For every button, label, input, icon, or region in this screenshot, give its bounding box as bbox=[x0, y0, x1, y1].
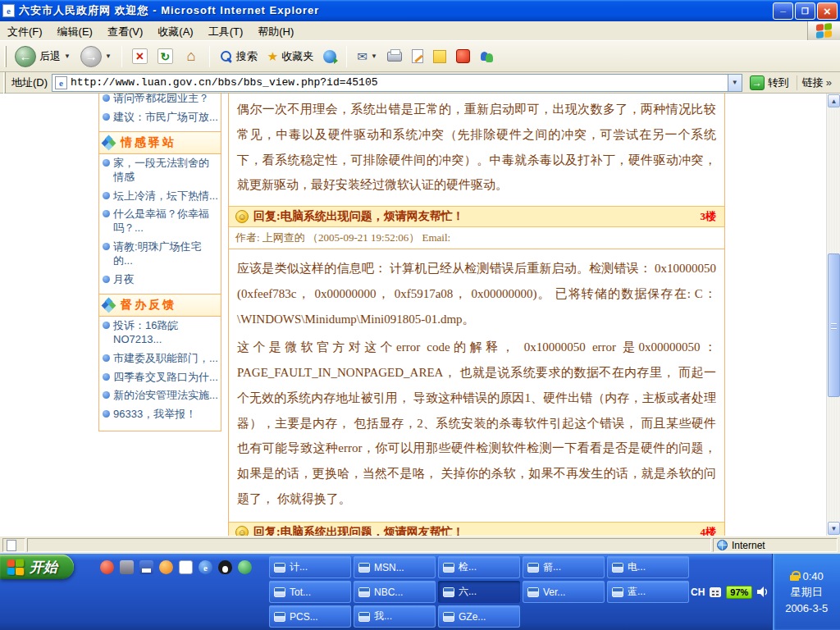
quick-launch-bar bbox=[100, 560, 252, 574]
discuss-button[interactable] bbox=[430, 48, 450, 65]
sidebar-link-label: 请教:明珠广场住宅的... bbox=[113, 240, 219, 268]
print-button[interactable] bbox=[384, 50, 405, 63]
task-button[interactable]: 检... bbox=[438, 556, 520, 578]
menu-favorites[interactable]: 收藏(A) bbox=[150, 21, 200, 40]
edit-button[interactable] bbox=[409, 48, 427, 65]
sidebar-link[interactable]: 月夜 bbox=[99, 271, 221, 290]
clock[interactable]: 0:40 星期日 2006-3-5 bbox=[772, 554, 840, 630]
system-tray: CH 97% 0:40 星期日 2006-3-5 bbox=[691, 554, 840, 630]
ie-page-icon[interactable] bbox=[2, 4, 15, 17]
sidebar-link[interactable]: 请问帝都花园业主？ bbox=[99, 94, 221, 108]
back-button[interactable]: 后退 bbox=[11, 44, 74, 69]
quick-launch-icon-4[interactable] bbox=[159, 560, 173, 574]
favorites-button[interactable]: 收藏夹 bbox=[264, 48, 317, 66]
quick-launch-icon-5[interactable] bbox=[179, 560, 193, 574]
sidebar-link[interactable]: 家，一段无法割舍的情感 bbox=[99, 154, 221, 187]
task-label: 箭... bbox=[543, 560, 561, 574]
stop-button[interactable] bbox=[129, 47, 151, 66]
address-url-text: http://www.luan.gov.cn/bbs/bbs_view.php?… bbox=[71, 76, 724, 89]
menu-tools[interactable]: 工具(T) bbox=[201, 21, 251, 40]
red-app-icon bbox=[456, 49, 470, 63]
window-icon bbox=[443, 563, 454, 573]
history-button[interactable] bbox=[320, 48, 340, 65]
quick-launch-ie-icon[interactable] bbox=[199, 560, 212, 574]
bullet-icon bbox=[103, 243, 110, 250]
window-icon bbox=[274, 563, 285, 573]
task-label: PCS... bbox=[290, 611, 318, 623]
minimize-button[interactable] bbox=[773, 2, 793, 20]
quick-launch-qq-icon[interactable] bbox=[218, 560, 232, 574]
address-dropdown-icon[interactable] bbox=[728, 75, 742, 91]
task-button[interactable]: MSN... bbox=[354, 556, 436, 578]
go-button[interactable]: 转到 bbox=[746, 75, 792, 91]
task-button-active[interactable]: 六... bbox=[438, 581, 520, 603]
sidebar-link[interactable]: 四季春交叉路口为什... bbox=[99, 368, 221, 387]
refresh-icon bbox=[158, 48, 173, 64]
vertical-scrollbar[interactable] bbox=[826, 94, 840, 536]
sidebar-link[interactable]: 新的治安管理法实施... bbox=[99, 386, 221, 405]
back-dropdown-icon[interactable] bbox=[64, 52, 71, 60]
task-button[interactable]: 电... bbox=[607, 556, 689, 578]
maximize-button[interactable] bbox=[795, 2, 815, 20]
quick-launch-icon-1[interactable] bbox=[100, 560, 114, 574]
volume-icon[interactable] bbox=[757, 587, 769, 597]
task-button[interactable]: 箭... bbox=[523, 556, 605, 578]
toolbar-grip[interactable] bbox=[4, 46, 7, 67]
task-button[interactable]: PCS... bbox=[269, 605, 351, 628]
window-icon bbox=[358, 612, 370, 622]
scroll-up-button[interactable] bbox=[828, 94, 840, 107]
quick-launch-icon-2[interactable] bbox=[120, 560, 134, 574]
menu-view[interactable]: 查看(V) bbox=[100, 21, 150, 40]
close-button[interactable] bbox=[817, 2, 838, 20]
mail-dropdown-icon[interactable] bbox=[371, 52, 377, 60]
menu-file[interactable]: 文件(F) bbox=[0, 21, 50, 40]
task-button[interactable]: 我... bbox=[354, 605, 436, 628]
task-button[interactable]: 计... bbox=[269, 556, 351, 578]
task-button[interactable]: GZe... bbox=[438, 605, 520, 628]
task-label: GZe... bbox=[459, 611, 486, 623]
home-button[interactable] bbox=[180, 47, 203, 66]
toolbar-separator bbox=[209, 46, 210, 67]
sidebar-link[interactable]: 建议：市民广场可放... bbox=[99, 108, 221, 127]
forward-dropdown-icon[interactable] bbox=[105, 52, 112, 60]
menu-edit[interactable]: 编辑(E) bbox=[50, 21, 100, 40]
sidebar-link[interactable]: 请教:明珠广场住宅的... bbox=[99, 238, 221, 271]
go-arrow-icon bbox=[750, 75, 765, 90]
addressbar-grip[interactable] bbox=[3, 72, 6, 94]
sidebar-link-label: 坛上冷清，坛下热情... bbox=[113, 189, 218, 203]
task-button[interactable]: Ver... bbox=[523, 581, 605, 603]
task-button[interactable]: NBC... bbox=[354, 581, 436, 603]
security-key-icon[interactable] bbox=[790, 571, 799, 581]
task-button-area: 计... MSN... 检... 箭... 电... Tot... NBC...… bbox=[269, 556, 689, 628]
address-bar: 地址(D) http://www.luan.gov.cn/bbs/bbs_vie… bbox=[0, 72, 840, 94]
task-button[interactable]: 蓝... bbox=[607, 581, 689, 603]
sidebar-section-feedback: 督办反馈 bbox=[99, 294, 221, 317]
forward-button[interactable] bbox=[77, 44, 115, 69]
refresh-button[interactable] bbox=[154, 47, 176, 66]
sidebar-link[interactable]: 坛上冷清，坛下热情... bbox=[99, 187, 221, 206]
task-label: 六... bbox=[459, 585, 477, 599]
printer-icon bbox=[387, 52, 402, 62]
ime-indicator[interactable]: CH bbox=[691, 587, 705, 598]
links-bar[interactable]: 链接 bbox=[797, 75, 837, 90]
start-button[interactable]: 开始 bbox=[0, 555, 74, 579]
battery-indicator[interactable]: 97% bbox=[726, 586, 752, 599]
address-input[interactable]: http://www.luan.gov.cn/bbs/bbs_view.php?… bbox=[52, 74, 742, 92]
quick-launch-icon-3[interactable] bbox=[139, 560, 153, 574]
sidebar-link[interactable]: 市建委及职能部门，... bbox=[99, 349, 221, 368]
messenger-button[interactable] bbox=[477, 48, 497, 65]
sidebar-link[interactable]: 96333，我举报！ bbox=[99, 405, 221, 424]
menu-help[interactable]: 帮助(H) bbox=[250, 21, 301, 40]
keyboard-icon[interactable] bbox=[710, 587, 721, 597]
task-button[interactable]: Tot... bbox=[269, 581, 351, 603]
sidebar-link[interactable]: 投诉：16路皖NO7213... bbox=[99, 317, 221, 349]
sidebar-link[interactable]: 什么是幸福？你幸福吗？... bbox=[99, 205, 221, 238]
quick-launch-icon-8[interactable] bbox=[238, 560, 252, 574]
scroll-down-button[interactable] bbox=[828, 522, 840, 535]
sidebar-link-label: 投诉：16路皖NO7213... bbox=[113, 319, 219, 347]
red-app-button[interactable] bbox=[453, 48, 473, 65]
search-button[interactable]: 搜索 bbox=[217, 48, 261, 66]
scrollbar-thumb[interactable] bbox=[828, 253, 840, 397]
history-globe-icon bbox=[323, 50, 336, 63]
mail-button[interactable] bbox=[354, 48, 381, 66]
